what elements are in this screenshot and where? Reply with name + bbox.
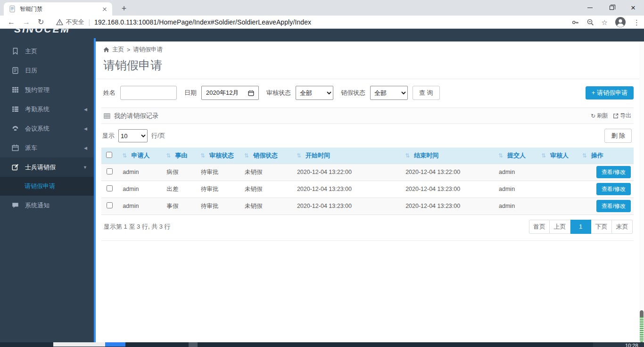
page-next-button[interactable]: 下页 [591,220,612,234]
addressbar[interactable]: ← → ↻ 不安全 | 192.168.0.113:10081/HomePage… [0,16,644,29]
brand-logo: SINOCEM [14,29,70,35]
page-number-button[interactable]: 1 [570,220,591,234]
browser-tab[interactable]: 智能门禁 [4,2,112,16]
avatar[interactable] [615,17,626,28]
refresh-button[interactable]: ↻ [38,18,44,26]
sidebar-item-soldier-leave[interactable]: 士兵请销假 ▼ [0,157,94,177]
new-tab-button[interactable]: + [119,4,129,14]
window-restore-button[interactable] [601,0,622,16]
date-input[interactable]: 2020年12月 [201,86,259,100]
page-size-prefix: 显示 [102,132,115,140]
export-icon [613,113,619,119]
page-prev-button[interactable]: 上页 [550,220,570,234]
tab-close-icon[interactable] [101,5,108,13]
sidebar-item-attendance[interactable]: 考勤系统 ◀ [0,99,94,119]
taskbar-search-box[interactable] [53,342,105,347]
page-scrollbar[interactable] [639,41,644,342]
refresh-records-button[interactable]: ↻ 刷新 [591,112,608,120]
windows-taskbar: 10:28 [0,342,644,347]
cell-end-time: 2020-12-04 13:23:00 [400,198,494,215]
col-reason[interactable]: ⇅事由 [161,148,196,164]
table-body: admin 病假 待审批 未销假 2020-12-04 13:22:00 202… [101,164,634,215]
cell-reason: 出差 [161,181,196,198]
collapse-caret-icon: ◀ [84,107,87,112]
url-text[interactable]: 192.168.0.113:10081/HomePage/Index#Soldi… [94,18,311,26]
favicon-icon [8,5,16,13]
page-last-button[interactable]: 末页 [612,220,633,234]
back-button[interactable]: ← [8,18,15,26]
security-warning[interactable]: 不安全 [56,18,84,26]
sidebar-item-home[interactable]: 主页 [0,41,94,61]
forward-button[interactable]: → [23,18,30,26]
col-review-status[interactable]: ⇅审核状态 [196,148,239,164]
star-icon[interactable]: ☆ [602,19,608,26]
cell-reason: 病假 [161,164,196,181]
cell-applicant: admin [117,164,161,181]
menu-dots-icon[interactable]: ⋮ [633,19,640,26]
panel-header: 我的请销假记录 ↻ 刷新 导出 [101,108,634,124]
table-toolbar: 显示 10 行/页 删 除 [101,124,634,148]
row-checkbox[interactable] [107,202,113,208]
row-checkbox[interactable] [107,185,113,191]
review-status-select[interactable]: 全部 [296,86,333,100]
col-cancel-status[interactable]: ⇅销假状态 [239,148,292,164]
table-footer: 显示第 1 至 3 行, 共 3 行 首页 上页 1 下页 末页 [101,215,634,240]
cancel-status-label: 销假状态 [341,89,365,97]
sidebar-item-notifications[interactable]: 系统通知 [0,196,94,215]
cancel-status-select[interactable]: 全部 [370,86,408,100]
web-page: SINOCEM 主页 日历 预约管理 考勤系统 ◀ 会议系统 [0,29,644,342]
col-reviewer[interactable]: ⇅审核人 [537,148,578,164]
table-icon [104,113,110,119]
list-icon [12,106,19,113]
url-separator: | [88,18,90,26]
page-first-button[interactable]: 首页 [529,220,550,234]
cell-reviewer [537,164,578,181]
window-close-button[interactable]: × [622,0,644,16]
addressbar-actions: ☆ ⋮ [571,16,640,29]
key-icon[interactable] [571,18,579,26]
scrollbar-thumb[interactable] [640,310,644,342]
sidebar-item-reservation[interactable]: 预约管理 [0,80,94,99]
sort-icon: ⇅ [582,152,587,159]
taskbar-active-app[interactable] [105,342,125,347]
col-submitter[interactable]: ⇅提交人 [494,148,537,164]
sort-icon: ⇅ [244,152,249,159]
view-edit-button[interactable]: 查看/修改 [596,200,631,212]
sidebar-item-calendar[interactable]: 日历 [0,61,94,80]
cell-start-time: 2020-12-04 13:22:00 [292,164,400,181]
tab-title: 智能门禁 [20,5,101,13]
zoom-out-icon[interactable] [586,18,594,26]
panel-title: 我的请销假记录 [114,112,159,120]
col-actions[interactable]: ⇅操作 [578,148,634,164]
sort-icon: ⇅ [405,152,410,159]
select-all-checkbox[interactable] [106,152,112,158]
sort-icon: ⇅ [498,152,503,159]
cell-applicant: admin [117,198,161,215]
col-end-time[interactable]: ⇅结束时间 [400,148,494,164]
row-checkbox[interactable] [107,168,113,174]
apply-leave-button[interactable]: + 请销假申请 [586,86,634,99]
collapse-caret-icon: ◀ [84,146,87,150]
sidebar-item-dispatch[interactable]: 派车 ◀ [0,138,94,157]
cell-submitter: admin [494,198,537,215]
window-minimize-button[interactable] [579,0,601,16]
edit-icon [12,164,19,171]
search-button[interactable]: 查 询 [413,86,440,100]
export-button[interactable]: 导出 [613,112,631,120]
sidebar-subitem-leave-apply[interactable]: 请销假申请 [0,177,94,196]
view-edit-button[interactable]: 查看/修改 [596,166,631,178]
page-size-select[interactable]: 10 [118,129,148,142]
table-row: admin 病假 待审批 未销假 2020-12-04 13:22:00 202… [101,164,634,181]
delete-button[interactable]: 删 除 [604,129,632,143]
view-edit-button[interactable]: 查看/修改 [596,183,631,195]
cell-review-status: 待审批 [196,164,239,181]
breadcrumb-home[interactable]: 主页 [112,46,124,54]
col-applicant[interactable]: ⇅申请人 [117,148,161,164]
sort-icon: ⇅ [541,152,546,159]
breadcrumb-current: 请销假申请 [133,46,163,54]
calendar-picker-icon[interactable] [248,90,254,96]
name-input[interactable] [120,86,177,100]
sidebar-item-meeting[interactable]: 会议系统 ◀ [0,119,94,138]
taskbar-app-button[interactable] [189,342,198,347]
col-start-time[interactable]: ⇅开始时间 [292,148,400,164]
